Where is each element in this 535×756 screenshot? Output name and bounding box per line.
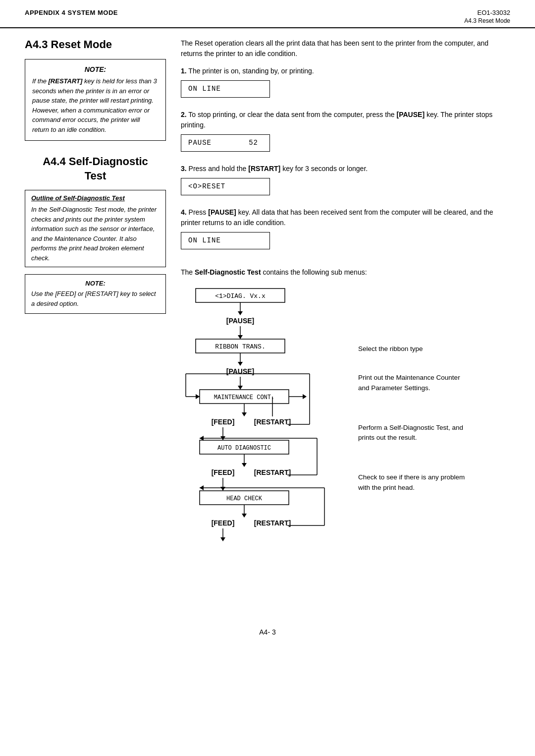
display-box-4: ON LINE (181, 232, 270, 249)
display-box-2: PAUSE 52 (181, 134, 270, 152)
svg-text:[FEED]: [FEED] (212, 519, 235, 527)
outline-title: Outline of Self-Diagnostic Test (31, 194, 160, 202)
note-box-a43: NOTE: If the [RESTART] key is held for l… (25, 59, 166, 141)
svg-text:[PAUSE]: [PAUSE] (226, 317, 255, 325)
page-number: A4- 3 (259, 628, 275, 636)
note-title-a43: NOTE: (32, 65, 159, 73)
step-1: 1. The printer is on, standing by, or pr… (181, 66, 510, 102)
header-left: APPENDIX 4 SYSTEM MODE (25, 9, 118, 16)
step-3-num: 3. (181, 165, 187, 173)
label-head-check: Check to see if there is any problem wit… (358, 472, 465, 493)
svg-marker-10 (238, 362, 243, 366)
svg-marker-21 (242, 412, 247, 416)
step-3: 3. Press and hold the [RSTART] key for 3… (181, 164, 510, 199)
section-a44-title: A4.4 Self-DiagnosticTest (25, 155, 166, 183)
page-header: APPENDIX 4 SYSTEM MODE EO1-33032 A4.3 Re… (0, 0, 535, 28)
svg-text:HEAD CHECK: HEAD CHECK (226, 495, 263, 502)
a44-intro: The Self-Diagnostic Test contains the fo… (181, 267, 510, 278)
svg-marker-51 (220, 537, 225, 541)
svg-text:[FEED]: [FEED] (212, 468, 235, 476)
page: APPENDIX 4 SYSTEM MODE EO1-33032 A4.3 Re… (0, 0, 535, 756)
step-2: 2. To stop printing, or clear the data s… (181, 110, 510, 156)
diagram-labels: Select the ribbon type Print out the Mai… (349, 285, 465, 520)
svg-text:[RESTART]: [RESTART] (254, 468, 291, 476)
label-auto-diag: Perform a Self-Diagnostic Test, and prin… (358, 423, 465, 443)
a43-intro: The Reset operation clears all the print… (181, 38, 510, 59)
note-title2: NOTE: (31, 280, 160, 287)
svg-marker-39 (220, 487, 225, 491)
note2-text: Use the [FEED] or [RESTART] key to selec… (31, 289, 160, 308)
display-box-3: <O>RESET (181, 178, 270, 195)
step-4-text: Press [PAUSE] key. All data that has bee… (181, 208, 493, 227)
step-2-num: 2. (181, 111, 187, 118)
step-4: 4. Press [PAUSE] key. All data that has … (181, 207, 510, 253)
step-4-num: 4. (181, 208, 187, 216)
header-section-label: A4.3 Reset Mode (464, 17, 510, 24)
step-1-num: 1. (181, 67, 187, 75)
svg-text:[RESTART]: [RESTART] (254, 519, 291, 527)
svg-marker-55 (200, 485, 204, 490)
page-footer: A4- 3 (0, 613, 535, 645)
outline-box: Outline of Self-Diagnostic Test In the S… (25, 190, 166, 267)
display-box-1: ON LINE (181, 80, 270, 98)
svg-marker-19 (303, 394, 307, 399)
svg-marker-6 (238, 335, 243, 339)
step-1-text: The printer is on, standing by, or print… (188, 67, 314, 75)
svg-marker-47 (242, 514, 247, 518)
svg-text:AUTO DIAGNOSTIC: AUTO DIAGNOSTIC (217, 445, 271, 452)
left-column: A4.3 Reset Mode NOTE: If the [RESTART] k… (25, 38, 178, 593)
svg-marker-13 (238, 386, 243, 390)
label-maintenance: Print out the Maintenance Counter and Pa… (358, 373, 465, 393)
step-2-text: To stop printing, or clear the data sent… (181, 111, 492, 129)
diagram-svg: <1>DIAG. Vx.x [PAUSE] RIBBON TRANS. (181, 285, 349, 593)
svg-marker-35 (242, 463, 247, 467)
outline-text: In the Self-Diagnostic Test mode, the pr… (31, 205, 160, 263)
svg-text:[RESTART]: [RESTART] (254, 418, 291, 426)
svg-marker-15 (196, 394, 200, 399)
svg-text:RIBBON TRANS.: RIBBON TRANS. (215, 343, 265, 350)
header-doc-number: EO1-33032 (464, 9, 510, 16)
svg-text:[FEED]: [FEED] (212, 418, 235, 426)
main-content: A4.3 Reset Mode NOTE: If the [RESTART] k… (0, 28, 535, 593)
section-a43-title: A4.3 Reset Mode (25, 38, 166, 51)
step-3-text: Press and hold the [RSTART] key for 3 se… (189, 165, 368, 173)
header-right: EO1-33032 A4.3 Reset Mode (464, 9, 510, 24)
note-text-a43: If the [RESTART] key is held for less th… (32, 76, 159, 134)
svg-marker-3 (238, 311, 243, 315)
svg-text:<1>DIAG.  Vx.x: <1>DIAG. Vx.x (215, 292, 266, 300)
note-box2: NOTE: Use the [FEED] or [RESTART] key to… (25, 274, 166, 314)
label-ribbon: Select the ribbon type (358, 344, 465, 354)
svg-text:MAINTENANCE CONT.: MAINTENANCE CONT. (214, 394, 274, 401)
right-column: The Reset operation clears all the print… (178, 38, 510, 593)
diagram-area: <1>DIAG. Vx.x [PAUSE] RIBBON TRANS. (181, 285, 510, 593)
section-a44: A4.4 Self-DiagnosticTest Outline of Self… (25, 155, 166, 314)
